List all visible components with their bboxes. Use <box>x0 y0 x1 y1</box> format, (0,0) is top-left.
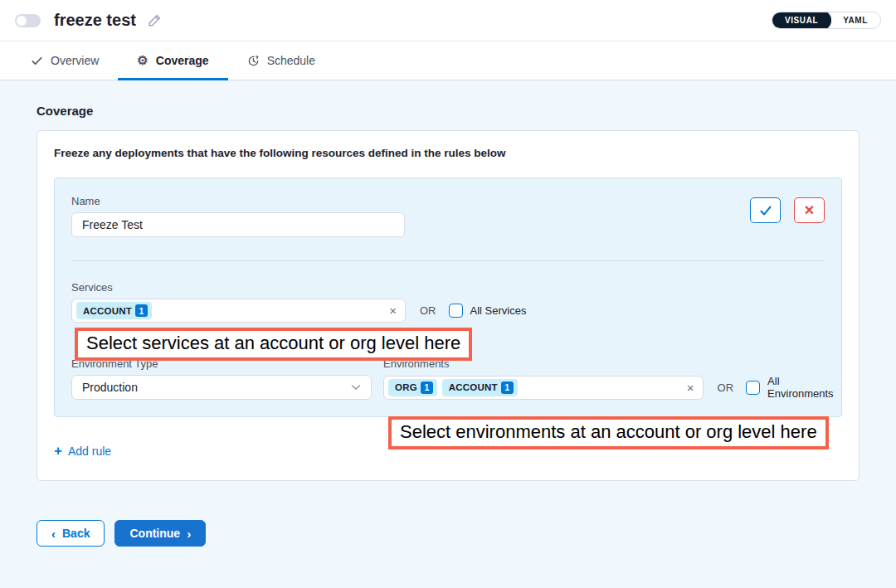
services-annotation: Select services at an account or org lev… <box>75 328 472 361</box>
check-icon <box>31 55 43 67</box>
services-or-label: OR <box>420 304 436 317</box>
tab-coverage-label: Coverage <box>156 54 209 67</box>
close-icon: ✕ <box>804 202 815 218</box>
environments-or-label: OR <box>718 381 734 394</box>
services-row: ACCOUNT 1 × OR All Services <box>71 299 825 323</box>
delete-rule-button[interactable]: ✕ <box>794 197 825 223</box>
back-button[interactable]: ‹ Back <box>37 520 105 547</box>
tab-schedule-label: Schedule <box>267 54 315 67</box>
chevron-down-icon <box>351 384 361 391</box>
services-label: Services <box>71 281 825 294</box>
rule-confirm-buttons: ✕ <box>750 197 825 223</box>
chip-count-badge: 1 <box>135 304 148 317</box>
environments-chip-account[interactable]: ACCOUNT 1 <box>442 379 518 396</box>
all-environments-checkbox[interactable] <box>746 381 760 395</box>
chip-count-badge: 1 <box>501 381 514 394</box>
continue-button-label: Continue <box>129 527 180 540</box>
services-multiselect[interactable]: ACCOUNT 1 × <box>71 299 406 323</box>
chip-label: ACCOUNT <box>449 382 498 392</box>
coverage-description: Freeze any deployments that have the fol… <box>54 147 842 159</box>
rule-name-input[interactable] <box>71 212 405 237</box>
environments-annotation: Select environments at an account or org… <box>388 416 829 450</box>
freeze-enable-toggle[interactable] <box>15 14 41 27</box>
chip-count-badge: 1 <box>421 381 433 394</box>
add-rule-button[interactable]: + Add rule <box>54 444 111 458</box>
environments-group: Environments ORG 1 ACCOUNT 1 <box>383 357 845 400</box>
visual-yaml-toggle: VISUAL YAML <box>772 12 881 29</box>
confirm-rule-button[interactable] <box>750 197 781 223</box>
name-row: Name ✕ <box>71 195 825 237</box>
rule-panel: Name ✕ Services <box>54 177 842 417</box>
back-button-label: Back <box>62 527 90 540</box>
edit-title-icon[interactable] <box>148 13 162 27</box>
environment-type-group: Environment Type Production <box>71 357 372 400</box>
coverage-card: Freeze any deployments that have the fol… <box>37 130 859 481</box>
schedule-clock-icon <box>247 55 260 67</box>
yaml-toggle-option[interactable]: YAML <box>830 12 880 29</box>
top-header: freeze test VISUAL YAML <box>0 0 896 41</box>
add-rule-label: Add rule <box>68 445 111 458</box>
environment-type-value: Production <box>82 381 138 394</box>
plus-icon: + <box>54 444 62 458</box>
coverage-heading: Coverage <box>37 104 859 118</box>
check-icon <box>759 205 772 216</box>
name-label: Name <box>71 195 405 207</box>
tab-overview-label: Overview <box>51 54 99 67</box>
chevron-right-icon: › <box>187 527 191 541</box>
gear-icon: ⚙ <box>137 53 148 68</box>
tab-overview[interactable]: Overview <box>12 41 118 80</box>
clear-services-icon[interactable]: × <box>389 304 397 317</box>
services-block: Services ACCOUNT 1 × OR All Services <box>71 281 825 323</box>
environments-chip-org[interactable]: ORG 1 <box>388 379 437 396</box>
environments-row-inner: ORG 1 ACCOUNT 1 × OR All Env <box>383 375 845 400</box>
services-chip-account[interactable]: ACCOUNT 1 <box>76 302 152 319</box>
footer-actions: ‹ Back Continue › <box>37 520 896 547</box>
chip-label: ORG <box>395 382 417 392</box>
all-services-label: All Services <box>470 304 527 317</box>
chip-label: ACCOUNT <box>83 306 132 316</box>
tab-schedule[interactable]: Schedule <box>228 41 334 80</box>
all-environments-label: All Environments <box>767 375 845 400</box>
continue-button[interactable]: Continue › <box>114 520 206 547</box>
page-title: freeze test <box>54 11 136 30</box>
environments-multiselect[interactable]: ORG 1 ACCOUNT 1 × <box>383 376 704 400</box>
all-services-checkbox[interactable] <box>449 304 463 318</box>
rule-divider <box>71 260 825 261</box>
visual-toggle-option[interactable]: VISUAL <box>772 12 831 29</box>
clear-environments-icon[interactable]: × <box>687 381 694 394</box>
main-content: Coverage Freeze any deployments that hav… <box>0 80 896 481</box>
environment-type-select[interactable]: Production <box>71 375 372 400</box>
toggle-knob <box>17 16 27 26</box>
environment-row: Environment Type Production Environments <box>71 357 825 400</box>
tab-coverage[interactable]: ⚙ Coverage <box>118 41 227 80</box>
tab-bar: Overview ⚙ Coverage Schedule <box>0 41 896 80</box>
chevron-left-icon: ‹ <box>51 527 56 541</box>
name-field-group: Name <box>71 195 405 237</box>
